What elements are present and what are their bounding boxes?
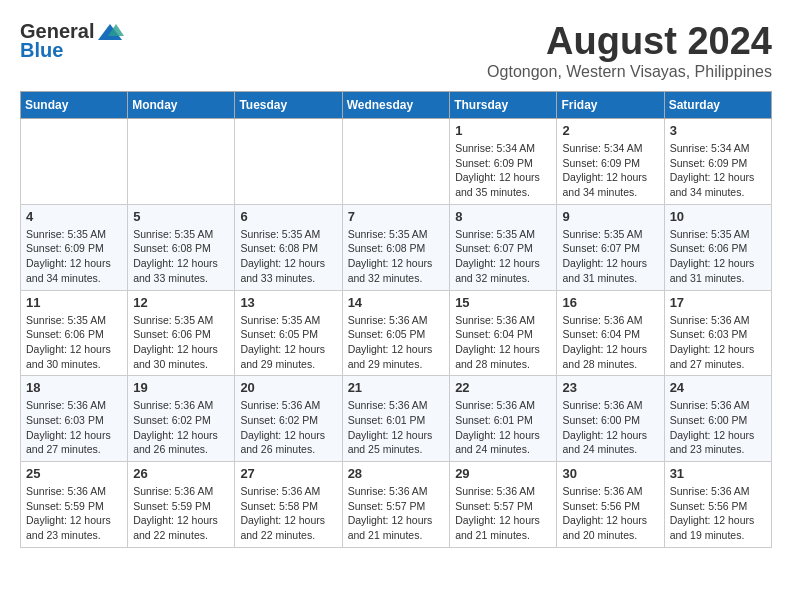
day-info: Sunrise: 5:36 AM Sunset: 6:01 PM Dayligh…	[348, 398, 445, 457]
day-info: Sunrise: 5:35 AM Sunset: 6:06 PM Dayligh…	[133, 313, 229, 372]
day-info: Sunrise: 5:36 AM Sunset: 5:57 PM Dayligh…	[348, 484, 445, 543]
calendar-cell: 25Sunrise: 5:36 AM Sunset: 5:59 PM Dayli…	[21, 462, 128, 548]
page-header: General Blue August 2024 Ogtongon, Weste…	[20, 20, 772, 81]
day-number: 9	[562, 209, 658, 224]
month-year-title: August 2024	[487, 20, 772, 63]
calendar-cell: 10Sunrise: 5:35 AM Sunset: 6:06 PM Dayli…	[664, 204, 771, 290]
day-info: Sunrise: 5:36 AM Sunset: 5:56 PM Dayligh…	[562, 484, 658, 543]
calendar-cell: 4Sunrise: 5:35 AM Sunset: 6:09 PM Daylig…	[21, 204, 128, 290]
calendar-cell: 7Sunrise: 5:35 AM Sunset: 6:08 PM Daylig…	[342, 204, 450, 290]
calendar-cell: 12Sunrise: 5:35 AM Sunset: 6:06 PM Dayli…	[128, 290, 235, 376]
logo: General Blue	[20, 20, 124, 62]
day-info: Sunrise: 5:35 AM Sunset: 6:07 PM Dayligh…	[455, 227, 551, 286]
day-number: 27	[240, 466, 336, 481]
column-header-wednesday: Wednesday	[342, 92, 450, 119]
location-subtitle: Ogtongon, Western Visayas, Philippines	[487, 63, 772, 81]
calendar-cell: 17Sunrise: 5:36 AM Sunset: 6:03 PM Dayli…	[664, 290, 771, 376]
calendar-cell: 31Sunrise: 5:36 AM Sunset: 5:56 PM Dayli…	[664, 462, 771, 548]
calendar-header-row: SundayMondayTuesdayWednesdayThursdayFrid…	[21, 92, 772, 119]
day-number: 5	[133, 209, 229, 224]
calendar-cell: 11Sunrise: 5:35 AM Sunset: 6:06 PM Dayli…	[21, 290, 128, 376]
day-number: 20	[240, 380, 336, 395]
calendar-cell: 6Sunrise: 5:35 AM Sunset: 6:08 PM Daylig…	[235, 204, 342, 290]
calendar-cell: 13Sunrise: 5:35 AM Sunset: 6:05 PM Dayli…	[235, 290, 342, 376]
calendar-cell: 26Sunrise: 5:36 AM Sunset: 5:59 PM Dayli…	[128, 462, 235, 548]
day-info: Sunrise: 5:36 AM Sunset: 6:03 PM Dayligh…	[670, 313, 766, 372]
column-header-thursday: Thursday	[450, 92, 557, 119]
day-number: 3	[670, 123, 766, 138]
column-header-sunday: Sunday	[21, 92, 128, 119]
day-info: Sunrise: 5:36 AM Sunset: 5:57 PM Dayligh…	[455, 484, 551, 543]
calendar-week-row: 25Sunrise: 5:36 AM Sunset: 5:59 PM Dayli…	[21, 462, 772, 548]
day-number: 23	[562, 380, 658, 395]
logo-icon	[96, 22, 124, 42]
calendar-table: SundayMondayTuesdayWednesdayThursdayFrid…	[20, 91, 772, 548]
day-info: Sunrise: 5:36 AM Sunset: 5:58 PM Dayligh…	[240, 484, 336, 543]
calendar-cell: 8Sunrise: 5:35 AM Sunset: 6:07 PM Daylig…	[450, 204, 557, 290]
day-info: Sunrise: 5:35 AM Sunset: 6:08 PM Dayligh…	[133, 227, 229, 286]
day-info: Sunrise: 5:34 AM Sunset: 6:09 PM Dayligh…	[562, 141, 658, 200]
day-number: 30	[562, 466, 658, 481]
calendar-cell: 5Sunrise: 5:35 AM Sunset: 6:08 PM Daylig…	[128, 204, 235, 290]
day-number: 21	[348, 380, 445, 395]
calendar-cell: 15Sunrise: 5:36 AM Sunset: 6:04 PM Dayli…	[450, 290, 557, 376]
day-info: Sunrise: 5:36 AM Sunset: 6:00 PM Dayligh…	[562, 398, 658, 457]
calendar-cell: 30Sunrise: 5:36 AM Sunset: 5:56 PM Dayli…	[557, 462, 664, 548]
day-info: Sunrise: 5:36 AM Sunset: 6:05 PM Dayligh…	[348, 313, 445, 372]
calendar-cell: 1Sunrise: 5:34 AM Sunset: 6:09 PM Daylig…	[450, 119, 557, 205]
calendar-cell: 29Sunrise: 5:36 AM Sunset: 5:57 PM Dayli…	[450, 462, 557, 548]
day-info: Sunrise: 5:35 AM Sunset: 6:08 PM Dayligh…	[348, 227, 445, 286]
day-info: Sunrise: 5:36 AM Sunset: 6:01 PM Dayligh…	[455, 398, 551, 457]
calendar-cell: 24Sunrise: 5:36 AM Sunset: 6:00 PM Dayli…	[664, 376, 771, 462]
day-number: 19	[133, 380, 229, 395]
day-number: 7	[348, 209, 445, 224]
calendar-cell: 19Sunrise: 5:36 AM Sunset: 6:02 PM Dayli…	[128, 376, 235, 462]
column-header-monday: Monday	[128, 92, 235, 119]
calendar-cell	[128, 119, 235, 205]
day-number: 11	[26, 295, 122, 310]
day-number: 14	[348, 295, 445, 310]
day-number: 26	[133, 466, 229, 481]
calendar-cell: 14Sunrise: 5:36 AM Sunset: 6:05 PM Dayli…	[342, 290, 450, 376]
calendar-week-row: 4Sunrise: 5:35 AM Sunset: 6:09 PM Daylig…	[21, 204, 772, 290]
day-info: Sunrise: 5:34 AM Sunset: 6:09 PM Dayligh…	[455, 141, 551, 200]
day-number: 18	[26, 380, 122, 395]
calendar-cell: 18Sunrise: 5:36 AM Sunset: 6:03 PM Dayli…	[21, 376, 128, 462]
logo-blue-text: Blue	[20, 39, 63, 61]
day-number: 17	[670, 295, 766, 310]
calendar-cell: 21Sunrise: 5:36 AM Sunset: 6:01 PM Dayli…	[342, 376, 450, 462]
day-info: Sunrise: 5:36 AM Sunset: 6:02 PM Dayligh…	[240, 398, 336, 457]
day-info: Sunrise: 5:36 AM Sunset: 5:59 PM Dayligh…	[133, 484, 229, 543]
calendar-week-row: 18Sunrise: 5:36 AM Sunset: 6:03 PM Dayli…	[21, 376, 772, 462]
day-info: Sunrise: 5:36 AM Sunset: 5:59 PM Dayligh…	[26, 484, 122, 543]
day-info: Sunrise: 5:36 AM Sunset: 6:04 PM Dayligh…	[455, 313, 551, 372]
calendar-cell: 9Sunrise: 5:35 AM Sunset: 6:07 PM Daylig…	[557, 204, 664, 290]
calendar-cell: 3Sunrise: 5:34 AM Sunset: 6:09 PM Daylig…	[664, 119, 771, 205]
day-info: Sunrise: 5:35 AM Sunset: 6:07 PM Dayligh…	[562, 227, 658, 286]
calendar-cell: 28Sunrise: 5:36 AM Sunset: 5:57 PM Dayli…	[342, 462, 450, 548]
day-info: Sunrise: 5:35 AM Sunset: 6:06 PM Dayligh…	[670, 227, 766, 286]
day-number: 28	[348, 466, 445, 481]
day-info: Sunrise: 5:36 AM Sunset: 5:56 PM Dayligh…	[670, 484, 766, 543]
day-info: Sunrise: 5:34 AM Sunset: 6:09 PM Dayligh…	[670, 141, 766, 200]
column-header-tuesday: Tuesday	[235, 92, 342, 119]
day-info: Sunrise: 5:36 AM Sunset: 6:04 PM Dayligh…	[562, 313, 658, 372]
day-number: 6	[240, 209, 336, 224]
day-number: 10	[670, 209, 766, 224]
day-number: 15	[455, 295, 551, 310]
day-info: Sunrise: 5:35 AM Sunset: 6:06 PM Dayligh…	[26, 313, 122, 372]
calendar-cell: 2Sunrise: 5:34 AM Sunset: 6:09 PM Daylig…	[557, 119, 664, 205]
calendar-cell	[21, 119, 128, 205]
day-number: 4	[26, 209, 122, 224]
calendar-cell	[235, 119, 342, 205]
day-info: Sunrise: 5:36 AM Sunset: 6:00 PM Dayligh…	[670, 398, 766, 457]
calendar-cell: 27Sunrise: 5:36 AM Sunset: 5:58 PM Dayli…	[235, 462, 342, 548]
calendar-cell: 22Sunrise: 5:36 AM Sunset: 6:01 PM Dayli…	[450, 376, 557, 462]
day-number: 16	[562, 295, 658, 310]
day-number: 1	[455, 123, 551, 138]
day-number: 8	[455, 209, 551, 224]
day-number: 12	[133, 295, 229, 310]
calendar-cell	[342, 119, 450, 205]
day-number: 13	[240, 295, 336, 310]
day-info: Sunrise: 5:35 AM Sunset: 6:08 PM Dayligh…	[240, 227, 336, 286]
